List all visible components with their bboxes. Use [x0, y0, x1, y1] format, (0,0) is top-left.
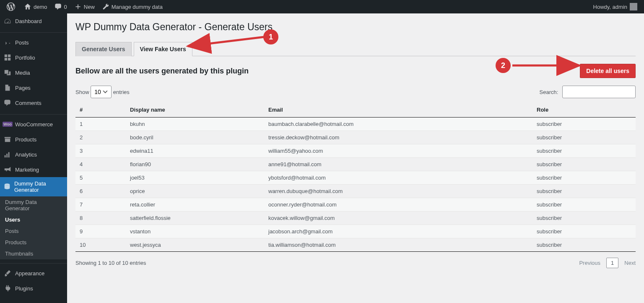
length-select[interactable]: 10	[91, 86, 112, 98]
grid-icon	[3, 53, 12, 62]
cell-name: west.jessyca	[126, 238, 264, 252]
svg-rect-2	[5, 58, 7, 60]
sidebar-item-analytics[interactable]: Analytics	[0, 147, 67, 162]
comment-icon	[3, 99, 12, 107]
menu-separator	[0, 112, 67, 115]
prev-button[interactable]: Previous	[579, 260, 600, 266]
tab-generate-users[interactable]: Generate Users	[75, 42, 132, 56]
svg-rect-0	[5, 55, 7, 57]
sidebar-item-appearance[interactable]: Appearance	[0, 266, 67, 281]
sidebar-item-comments[interactable]: Comments	[0, 95, 67, 110]
table-row: 6opricewarren.dubuque@hotmail.comsubscri…	[75, 185, 636, 198]
submenu-item-products[interactable]: Products	[0, 237, 67, 248]
sidebar-item-label: Posts	[15, 39, 29, 46]
cell-name: bode.cyril	[126, 131, 264, 144]
length-suffix: entries	[113, 89, 130, 95]
delete-all-users-button[interactable]: Delete all users	[580, 64, 636, 78]
home-icon	[23, 3, 32, 11]
page-title: WP Dummy Data Generator - Generate Users	[75, 18, 636, 34]
cell-role: subscriber	[532, 131, 636, 144]
sidebar-item-marketing[interactable]: Marketing	[0, 162, 67, 177]
cell-role: subscriber	[532, 198, 636, 212]
cell-name: satterfield.flossie	[126, 212, 264, 225]
comment-icon	[54, 3, 62, 11]
cell-name: oprice	[126, 185, 264, 198]
wp-logo[interactable]	[3, 0, 20, 13]
database-icon	[3, 183, 11, 191]
column-header[interactable]: Role	[532, 102, 636, 118]
table-row: 3edwina11william55@yahoo.comsubscriber	[75, 144, 636, 158]
search-input[interactable]	[562, 86, 636, 98]
annotation-badge-2: 2	[496, 58, 511, 73]
table-row: 2bode.cyriltressie.deckow@hotmail.comsub…	[75, 131, 636, 144]
datatable-controls: Show 10 entries Search:	[75, 86, 636, 98]
adminbar-left: demo 0 New Manage dummy data	[3, 0, 166, 13]
datatable-info: Showing 1 to 10 of 10 entries	[75, 260, 146, 266]
sidebar-submenu: Dummy Data GeneratorUsersPostsProductsTh…	[0, 196, 67, 259]
sidebar-item-posts[interactable]: Posts	[0, 35, 67, 50]
sidebar-item-label: WooCommerce	[15, 121, 53, 128]
datatable-length: Show 10 entries	[75, 86, 130, 98]
table-row: 5joel53ybotsford@hotmail.comsubscriber	[75, 171, 636, 185]
sidebar-item-woocommerce[interactable]: WooWooCommerce	[0, 117, 67, 132]
sidebar-item-media[interactable]: Media	[0, 65, 67, 80]
nav-tab-wrapper: Generate UsersView Fake Users	[75, 42, 636, 56]
table-row: 7reta.collieroconner.ryder@hotmail.comsu…	[75, 198, 636, 212]
adminbar-right: Howdy, admin	[590, 0, 641, 13]
table-row: 1bkuhnbaumbach.clarabelle@hotmail.comsub…	[75, 118, 636, 131]
admin-sidebar: DashboardPostsPortfolioMediaPagesComment…	[0, 13, 67, 303]
adminbar-comments[interactable]: 0	[51, 0, 70, 13]
cell-role: subscriber	[532, 158, 636, 171]
sidebar-item-pages[interactable]: Pages	[0, 80, 67, 95]
column-header[interactable]: Email	[264, 102, 532, 118]
adminbar-manage-dummy[interactable]: Manage dummy data	[98, 0, 166, 13]
submenu-item-posts[interactable]: Posts	[0, 225, 67, 237]
cell-name: edwina11	[126, 144, 264, 158]
cell-role: subscriber	[532, 185, 636, 198]
plus-icon	[74, 3, 82, 11]
datatable-paginate: Previous 1 Next	[579, 258, 636, 268]
cell-email: oconner.ryder@hotmail.com	[264, 198, 532, 212]
sidebar-item-label: Plugins	[15, 285, 33, 292]
sidebar-item-products[interactable]: Products	[0, 132, 67, 147]
submenu-item-dummy-data-generator[interactable]: Dummy Data Generator	[0, 196, 67, 214]
adminbar-site-name[interactable]: demo	[20, 0, 51, 13]
subhead-text: Bellow are all the users generated by th…	[75, 67, 249, 76]
sidebar-item-dashboard[interactable]: Dashboard	[0, 13, 67, 29]
adminbar-new[interactable]: New	[70, 0, 98, 13]
sidebar-item-label: Dummy Data Generator	[14, 180, 64, 193]
howdy-text: Howdy, admin	[593, 4, 627, 10]
cell-role: subscriber	[532, 118, 636, 131]
page-1-button[interactable]: 1	[606, 258, 618, 268]
cell-n: 8	[75, 212, 126, 225]
cell-role: subscriber	[532, 171, 636, 185]
cell-n: 4	[75, 158, 126, 171]
table-row: 9vstantonjacobson.arch@gmail.comsubscrib…	[75, 225, 636, 238]
sidebar-item-portfolio[interactable]: Portfolio	[0, 50, 67, 65]
sidebar-item-label: Products	[15, 136, 36, 143]
cell-email: william55@yahoo.com	[264, 144, 532, 158]
column-header[interactable]: Display name	[126, 102, 264, 118]
svg-rect-4	[5, 155, 6, 157]
tools-icon	[101, 3, 110, 11]
cell-role: subscriber	[532, 238, 636, 252]
dashboard-icon	[3, 17, 12, 25]
cell-email: ybotsford@hotmail.com	[264, 171, 532, 185]
search-label: Search:	[540, 89, 558, 95]
subhead-row: Bellow are all the users generated by th…	[75, 64, 636, 78]
woo-icon: Woo	[3, 120, 12, 128]
brush-icon	[3, 269, 12, 277]
submenu-item-thumbnails[interactable]: Thumbnails	[0, 248, 67, 259]
submenu-item-users[interactable]: Users	[0, 214, 67, 225]
next-button[interactable]: Next	[624, 260, 636, 266]
manage-dummy-label: Manage dummy data	[112, 4, 163, 10]
main-content: WP Dummy Data Generator - Generate Users…	[67, 13, 644, 303]
sidebar-item-plugins[interactable]: Plugins	[0, 281, 67, 296]
cell-n: 1	[75, 118, 126, 131]
tab-view-fake-users[interactable]: View Fake Users	[134, 42, 192, 56]
column-header[interactable]: #	[75, 102, 126, 118]
new-label: New	[84, 4, 95, 10]
sidebar-item-dummy-data-generator[interactable]: Dummy Data Generator	[0, 177, 67, 196]
sidebar-item-label: Portfolio	[15, 55, 35, 61]
adminbar-account[interactable]: Howdy, admin	[590, 0, 641, 13]
